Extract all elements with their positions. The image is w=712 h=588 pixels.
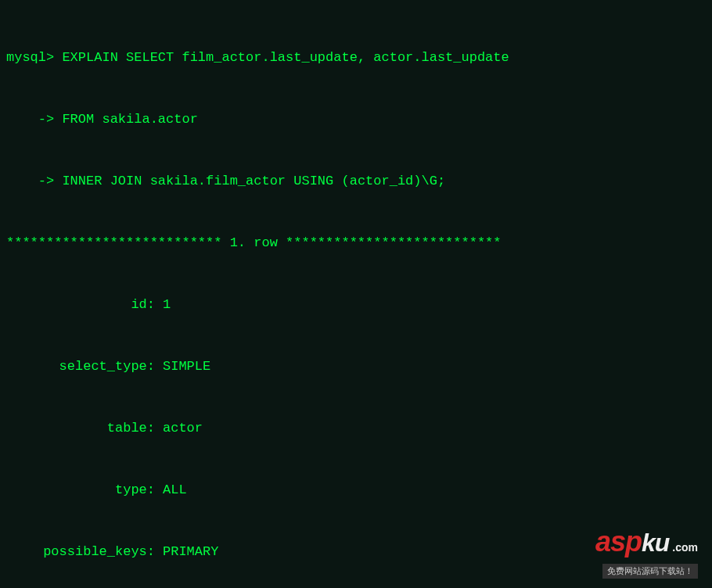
row1-type-label: type: [6, 480, 155, 500]
row1-select-type-value: SIMPLE [163, 357, 210, 377]
mysql-cont-prompt: -> [6, 174, 54, 188]
row1-id-value: 1 [163, 295, 171, 315]
watermark-logo: aspku.com [595, 520, 698, 564]
row1-table-value: actor [163, 418, 203, 439]
watermark-ext-text: .com [672, 540, 698, 557]
row1-possible-keys-value: PRIMARY [163, 542, 218, 562]
row-separator-1: *************************** 1. row *****… [6, 233, 706, 253]
row1-select-type: select_type:SIMPLE [6, 357, 706, 377]
query-text-3: INNER JOIN sakila.film_actor USING (acto… [54, 174, 445, 188]
mysql-cont-prompt: -> [6, 112, 54, 127]
mysql-prompt: mysql> [6, 50, 54, 65]
watermark-subtitle: 免费网站源码下载站！ [602, 564, 698, 579]
row1-type-value: ALL [163, 480, 187, 500]
row1-type: type:ALL [6, 480, 706, 500]
query-text-2: FROM sakila.actor [54, 112, 198, 127]
watermark-white-text: ku [642, 524, 669, 563]
query-line-2: -> FROM sakila.actor [6, 109, 706, 130]
query-line-3: -> INNER JOIN sakila.film_actor USING (a… [6, 171, 706, 192]
watermark: aspku.com 免费网站源码下载站！ [595, 520, 698, 579]
row1-id: id:1 [6, 295, 706, 315]
row1-possible-keys-label: possible_keys: [6, 542, 155, 562]
row1-table-label: table: [6, 418, 155, 439]
row1-select-type-label: select_type: [6, 357, 155, 377]
row1-table: table:actor [6, 418, 706, 439]
query-line-1: mysql> EXPLAIN SELECT film_actor.last_up… [6, 48, 706, 68]
watermark-red-text: asp [595, 520, 642, 564]
row1-id-label: id: [6, 295, 155, 315]
terminal-output: mysql> EXPLAIN SELECT film_actor.last_up… [6, 6, 706, 588]
query-text-1: EXPLAIN SELECT film_actor.last_update, a… [54, 50, 509, 65]
